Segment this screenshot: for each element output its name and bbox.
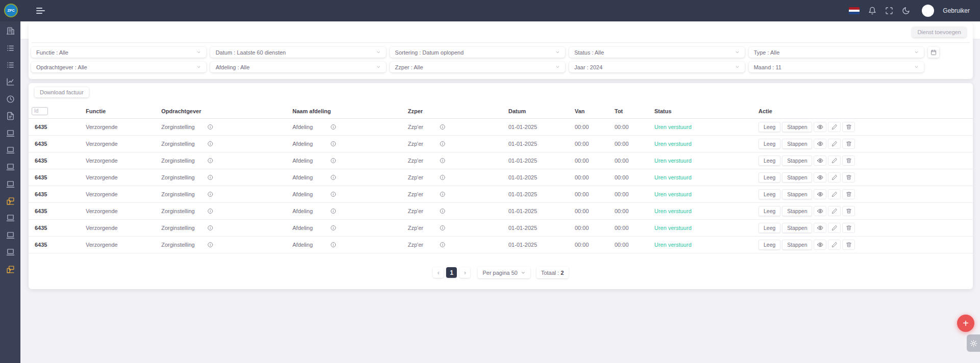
fullscreen-icon[interactable] [885, 7, 893, 15]
sidebar-item-module-3[interactable] [0, 159, 20, 175]
info-icon[interactable] [207, 242, 213, 248]
info-icon[interactable] [439, 124, 446, 130]
filter-select-status[interactable]: Status : Alle [569, 47, 744, 58]
edit-button[interactable] [828, 139, 841, 149]
filter-select-maand[interactable]: Maand : 11 [749, 62, 924, 72]
info-icon[interactable] [439, 242, 446, 248]
notifications-bell-icon[interactable] [868, 7, 876, 15]
user-avatar[interactable] [922, 5, 934, 17]
view-button[interactable] [814, 240, 826, 250]
info-icon[interactable] [439, 158, 446, 164]
leeg-button[interactable]: Leeg [758, 122, 780, 132]
info-icon[interactable] [330, 208, 336, 214]
add-fab-button[interactable]: + [957, 315, 974, 332]
stappen-button[interactable]: Stappen [782, 240, 812, 250]
leeg-button[interactable]: Leeg [758, 223, 780, 233]
info-icon[interactable] [207, 158, 213, 164]
sidebar-item-module-5[interactable] [0, 210, 20, 226]
info-icon[interactable] [207, 191, 213, 197]
sidebar-item-module-4[interactable] [0, 176, 20, 193]
filter-select-afdeling[interactable]: Afdeling : Alle [210, 62, 385, 72]
edit-button[interactable] [828, 155, 841, 166]
info-icon[interactable] [330, 141, 336, 147]
sidebar-item-workstation-1[interactable] [0, 193, 20, 210]
view-button[interactable] [814, 172, 826, 183]
delete-button[interactable] [842, 206, 855, 216]
sidebar-item-history[interactable] [0, 91, 20, 108]
delete-button[interactable] [842, 240, 855, 250]
stappen-button[interactable]: Stappen [782, 223, 812, 233]
stappen-button[interactable]: Stappen [782, 172, 812, 183]
filter-select-opdrachtgever[interactable]: Opdrachtgever : Alle [31, 62, 206, 72]
edit-button[interactable] [828, 240, 841, 250]
id-filter-input[interactable] [32, 107, 48, 115]
sidebar-item-statistics[interactable] [0, 73, 20, 90]
filter-select-datum[interactable]: Datum : Laatste 60 diensten [210, 47, 385, 58]
sidebar-item-documents[interactable] [0, 108, 20, 124]
delete-button[interactable] [842, 122, 855, 132]
info-icon[interactable] [330, 174, 336, 180]
info-icon[interactable] [207, 208, 213, 214]
edit-button[interactable] [828, 223, 841, 233]
leeg-button[interactable]: Leeg [758, 139, 780, 149]
calendar-button[interactable] [928, 47, 939, 58]
stappen-button[interactable]: Stappen [782, 189, 812, 199]
edit-button[interactable] [828, 189, 841, 199]
sidebar-item-list-1[interactable] [0, 39, 20, 56]
prev-page-button[interactable]: ‹ [433, 267, 444, 278]
view-button[interactable] [814, 139, 826, 149]
view-button[interactable] [814, 155, 826, 166]
filter-select-sortering[interactable]: Sortering : Datum oplopend [390, 47, 565, 58]
edit-button[interactable] [828, 122, 841, 132]
dark-mode-moon-icon[interactable] [902, 7, 910, 15]
leeg-button[interactable]: Leeg [758, 206, 780, 216]
edit-button[interactable] [828, 206, 841, 216]
app-logo[interactable]: ZPC [4, 4, 18, 17]
delete-button[interactable] [842, 189, 855, 199]
filter-select-functie[interactable]: Functie : Alle [31, 47, 206, 58]
edit-button[interactable] [828, 172, 841, 183]
sidebar-item-company[interactable] [0, 22, 20, 39]
view-button[interactable] [814, 122, 826, 132]
delete-button[interactable] [842, 155, 855, 166]
settings-gear-button[interactable] [967, 334, 980, 352]
stappen-button[interactable]: Stappen [782, 139, 812, 149]
download-factuur-button[interactable]: Download factuur [35, 87, 89, 97]
filter-select-jaar[interactable]: Jaar : 2024 [569, 62, 744, 72]
delete-button[interactable] [842, 172, 855, 183]
sidebar-item-workstation-2[interactable] [0, 261, 20, 277]
sidebar-item-module-2[interactable] [0, 142, 20, 159]
page-1-button[interactable]: 1 [446, 267, 457, 278]
delete-button[interactable] [842, 223, 855, 233]
stappen-button[interactable]: Stappen [782, 155, 812, 166]
stappen-button[interactable]: Stappen [782, 122, 812, 132]
menu-toggle-icon[interactable] [36, 7, 45, 15]
next-page-button[interactable]: › [459, 267, 470, 278]
delete-button[interactable] [842, 139, 855, 149]
language-flag-icon[interactable] [849, 7, 860, 14]
leeg-button[interactable]: Leeg [758, 189, 780, 199]
view-button[interactable] [814, 206, 826, 216]
info-icon[interactable] [330, 191, 336, 197]
stappen-button[interactable]: Stappen [782, 206, 812, 216]
view-button[interactable] [814, 189, 826, 199]
info-icon[interactable] [207, 124, 213, 130]
info-icon[interactable] [439, 225, 446, 231]
per-page-select[interactable]: Per pagina 50 [478, 267, 530, 278]
info-icon[interactable] [330, 158, 336, 164]
sidebar-item-module-6[interactable] [0, 227, 20, 244]
sidebar-item-module-1[interactable] [0, 124, 20, 141]
sidebar-item-module-7[interactable] [0, 244, 20, 261]
info-icon[interactable] [330, 242, 336, 248]
user-menu-label[interactable]: Gebruiker [943, 7, 970, 14]
info-icon[interactable] [207, 141, 213, 147]
view-button[interactable] [814, 223, 826, 233]
sidebar-item-list-2[interactable] [0, 57, 20, 73]
info-icon[interactable] [439, 191, 446, 197]
leeg-button[interactable]: Leeg [758, 240, 780, 250]
info-icon[interactable] [439, 141, 446, 147]
info-icon[interactable] [330, 225, 336, 231]
info-icon[interactable] [439, 174, 446, 180]
filter-select-type[interactable]: Type : Alle [749, 47, 924, 58]
info-icon[interactable] [207, 225, 213, 231]
